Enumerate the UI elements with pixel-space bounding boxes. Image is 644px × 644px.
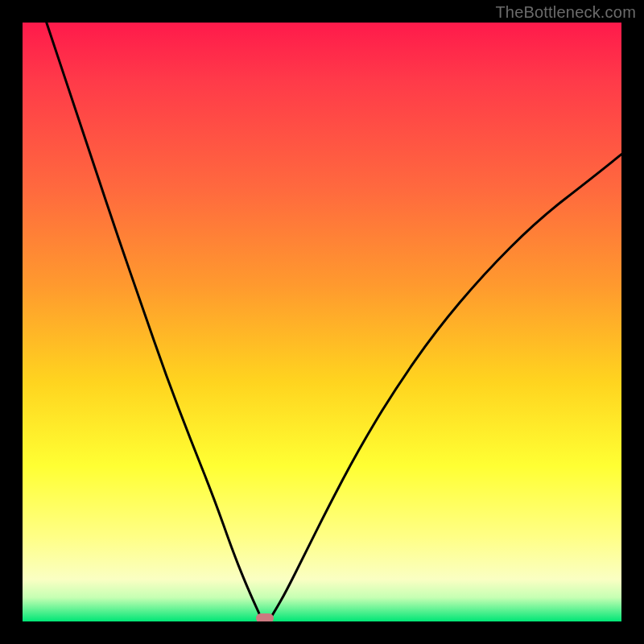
watermark-text: TheBottleneck.com [495, 3, 636, 22]
plot-area [23, 23, 621, 621]
optimum-marker [256, 613, 274, 621]
chart-frame: TheBottleneck.com [0, 0, 644, 644]
bottleneck-curve [23, 23, 621, 621]
